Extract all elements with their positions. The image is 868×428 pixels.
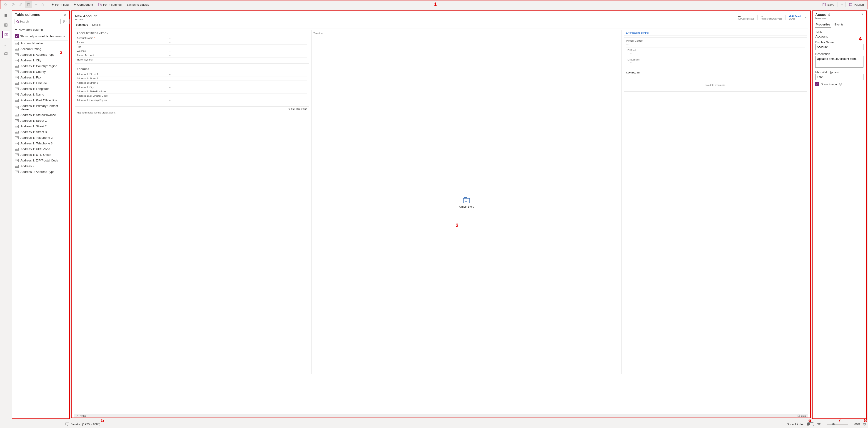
show-hidden-toggle[interactable]	[807, 422, 814, 426]
form-field[interactable]: Address 1: Country/Region---	[77, 98, 307, 102]
undo-button[interactable]	[2, 1, 9, 8]
form-field[interactable]: Website---	[77, 49, 307, 53]
column-item[interactable]: AbcAddress 2: Address Type	[13, 169, 68, 175]
save-icon[interactable]	[798, 415, 800, 417]
lock-icon	[628, 59, 629, 60]
add-form-field-button[interactable]: Form field	[49, 1, 71, 8]
save-split-chevron[interactable]	[839, 2, 845, 7]
form-settings-button[interactable]: Form settings	[96, 1, 124, 8]
column-item[interactable]: AbcAddress 1: Fax	[13, 75, 68, 80]
form-field[interactable]: Address 1: Street 1---	[77, 72, 307, 77]
column-item[interactable]: AbcAddress 1: Post Office Box	[13, 97, 68, 103]
column-item[interactable]: AbcAddress 1: Primary Contact Name	[13, 103, 68, 112]
columns-list[interactable]: AbcAccount NumberAbcAccount RatingAbcAdd…	[13, 40, 68, 419]
form-field[interactable]: Address 1: ZIP/Postal Code---	[77, 94, 307, 98]
zoom-slider[interactable]	[827, 424, 848, 425]
form-canvas[interactable]: New Account Account ---Annual Revenue --…	[71, 10, 811, 418]
rail-tree[interactable]	[2, 40, 9, 48]
checkbox-checked-icon: ✓	[15, 34, 19, 38]
cut-button[interactable]	[17, 1, 25, 8]
display-name-input[interactable]	[815, 44, 864, 50]
close-icon[interactable]: ✕	[64, 13, 67, 17]
column-item[interactable]: AbcAddress 1: Telephone 3	[13, 141, 68, 146]
field-type-icon: Abc	[15, 59, 19, 62]
column-item[interactable]: AbcAddress 1: Street 3	[13, 129, 68, 135]
column-item[interactable]: AbcAccount Number	[13, 40, 68, 46]
property-panel: AccountMain form Properties Events 4 Tab…	[812, 10, 867, 419]
form-field[interactable]: Address 1: Street 2---	[77, 77, 307, 81]
tab-details[interactable]: Details	[92, 22, 101, 28]
svg-point-0	[20, 5, 21, 6]
column-item[interactable]: AbcAddress 1: City	[13, 58, 68, 63]
column-item[interactable]: AbcAddress 1: Street 1	[13, 118, 68, 123]
column-item[interactable]: AbcAddress 1: Country/Region	[13, 63, 68, 69]
show-unused-toggle[interactable]: ✓Show only unused table columns	[12, 33, 69, 39]
tab-summary[interactable]: Summary	[75, 22, 89, 28]
form-field[interactable]: Address 1: City---	[77, 85, 307, 89]
error-card[interactable]: Error loading control	[624, 30, 807, 35]
svg-rect-22	[66, 423, 69, 425]
description-input[interactable]	[815, 56, 864, 67]
column-item[interactable]: AbcAddress 2	[13, 163, 68, 169]
column-item[interactable]: AbcAddress 1: Name	[13, 92, 68, 97]
filter-button[interactable]	[60, 19, 69, 24]
chevron-down-icon[interactable]	[804, 16, 807, 19]
form-field[interactable]: Address 1: Street 3---	[77, 81, 307, 85]
tab-properties[interactable]: Properties	[815, 22, 831, 28]
add-component-button[interactable]: Component	[71, 1, 95, 8]
redo-button[interactable]	[9, 1, 17, 8]
column-item[interactable]: AbcAddress 1: ZIP/Postal Code	[13, 158, 68, 163]
column-item[interactable]: AbcAddress 1: Latitude	[13, 80, 68, 86]
contacts-section[interactable]: CONTACTS⋮ No data available.	[624, 69, 807, 92]
expand-icon[interactable]	[76, 415, 78, 417]
delete-button[interactable]	[39, 1, 46, 8]
search-input[interactable]	[19, 20, 58, 23]
address-section[interactable]: ADDRESS Address 1: Street 1---Address 1:…	[75, 66, 309, 104]
map-section[interactable]: Get Directions Map is disabled for this …	[75, 107, 309, 115]
tab-events[interactable]: Events	[834, 22, 844, 28]
column-item[interactable]: AbcAddress 1: UTC Offset	[13, 152, 68, 158]
column-item[interactable]: AbcAccount Rating	[13, 46, 68, 52]
timeline-section[interactable]: Timeline ••• Almost there	[311, 30, 622, 374]
column-item[interactable]: AbcAddress 1: State/Province	[13, 112, 68, 118]
primary-contact-section[interactable]: Primary Contact --- Email --- Business -…	[624, 37, 807, 67]
column-item[interactable]: AbcAddress 1: Longitude	[13, 86, 68, 92]
column-item[interactable]: AbcAddress 1: County	[13, 69, 68, 75]
form-field[interactable]: Parent Account---	[77, 53, 307, 58]
switch-classic-button[interactable]: Switch to classic	[124, 2, 151, 8]
rail-libraries[interactable]	[2, 50, 9, 57]
fit-to-screen-button[interactable]	[863, 422, 866, 426]
form-field[interactable]: Ticker Symbol---	[77, 58, 307, 62]
form-field[interactable]: Account Name*---	[77, 36, 307, 40]
more-icon[interactable]: ⋮	[802, 71, 805, 75]
rail-table-columns[interactable]: Abc	[2, 31, 9, 38]
viewport-picker[interactable]: Desktop (1920 x 1080)	[65, 423, 104, 426]
search-input-wrap[interactable]	[14, 19, 59, 24]
column-item[interactable]: AbcAddress 1: Address Type	[13, 52, 68, 58]
form-field[interactable]: Fax---	[77, 45, 307, 49]
new-table-column-button[interactable]: New table column	[12, 26, 69, 33]
rail-hamburger[interactable]	[2, 12, 9, 19]
column-item[interactable]: AbcAddress 1: Telephone 2	[13, 135, 68, 141]
form-field[interactable]: Address 1: State/Province---	[77, 89, 307, 94]
svg-point-18	[17, 21, 19, 22]
plus-icon	[15, 28, 17, 32]
chevron-right-icon[interactable]	[861, 13, 864, 16]
zoom-in-button[interactable]: +	[850, 422, 852, 426]
column-item[interactable]: AbcAddress 1: Street 2	[13, 123, 68, 129]
field-type-icon: Abc	[15, 88, 19, 90]
show-image-toggle[interactable]: ✓Show imagei	[815, 82, 864, 86]
svg-text:Abc: Abc	[5, 34, 8, 35]
account-info-section[interactable]: ACCOUNT INFORMATION Account Name*---Phon…	[75, 30, 309, 64]
field-type-icon: Abc	[15, 106, 19, 109]
rail-components[interactable]	[2, 21, 9, 29]
paste-button[interactable]	[25, 1, 32, 8]
form-field[interactable]: Phone---	[77, 40, 307, 45]
svg-rect-13	[6, 25, 7, 26]
max-width-input[interactable]	[815, 74, 864, 80]
more-chevron[interactable]	[33, 2, 39, 7]
column-item[interactable]: AbcAddress 1: UPS Zone	[13, 146, 68, 152]
zoom-out-button[interactable]: −	[823, 422, 825, 426]
save-button[interactable]: Save	[820, 1, 837, 8]
publish-button[interactable]: Publish	[847, 1, 866, 8]
